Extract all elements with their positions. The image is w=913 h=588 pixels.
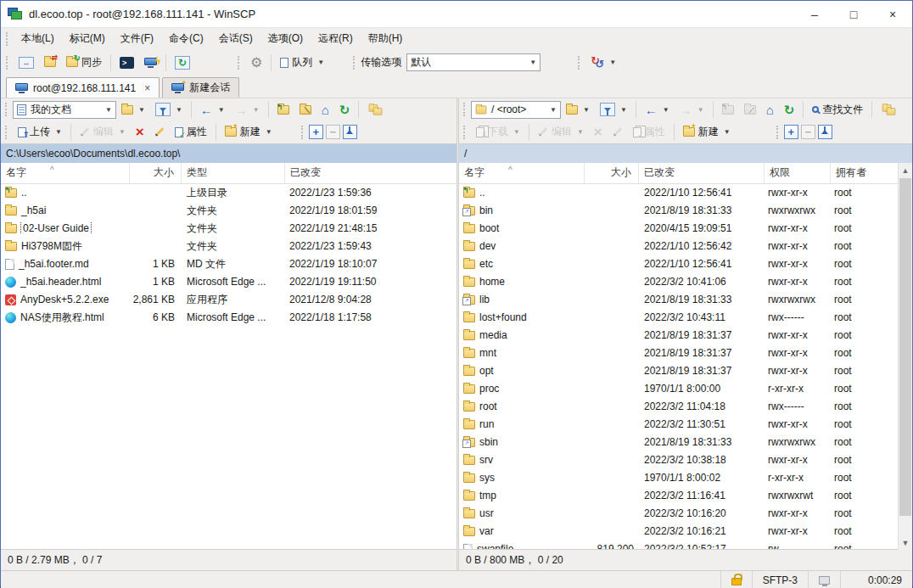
menu-session[interactable]: 会话(S)	[211, 28, 260, 49]
column-header-name[interactable]: 名字^	[1, 163, 130, 183]
remote-forward-button[interactable]: → ▼	[675, 101, 709, 119]
synchronize-button[interactable]: ↻ 同步	[62, 53, 106, 72]
remote-open-in-putty-button[interactable]	[877, 101, 900, 118]
file-row[interactable]: srv2022/3/2 10:38:18rwxr-xr-xroot	[459, 451, 898, 469]
local-select-add-button[interactable]: +	[309, 125, 323, 139]
menu-file[interactable]: 文件(F)	[113, 28, 161, 49]
find-files-button[interactable]: 查找文件	[808, 100, 867, 120]
local-forward-button[interactable]: → ▼	[231, 101, 264, 119]
swap-panels-button[interactable]: ⇄	[40, 55, 60, 70]
scroll-down-icon[interactable]: ▼	[899, 535, 912, 550]
local-properties-button[interactable]: ✓ 属性	[171, 122, 211, 142]
remote-edit-button[interactable]: 编辑 ▼	[534, 122, 588, 142]
menu-help[interactable]: 帮助(H)	[361, 28, 411, 49]
local-delete-button[interactable]: ×	[132, 122, 148, 142]
file-row[interactable]: proc1970/1/1 8:00:00r-xr-xr-xroot	[459, 380, 898, 398]
column-header-changed[interactable]: 已改变	[285, 163, 456, 183]
file-row[interactable]: _h5ai文件夹2022/1/19 18:01:59	[1, 202, 456, 220]
remote-scrollbar[interactable]: ▲ ▼	[898, 163, 912, 550]
local-refresh-button[interactable]: ↻	[335, 101, 355, 119]
remote-back-button[interactable]: ← ▼	[641, 101, 674, 119]
upload-button[interactable]: ⇑ 上传 ▼	[14, 122, 66, 142]
file-row[interactable]: swapfile819,2002022/3/2 10:52:17rw-root	[459, 540, 898, 549]
remote-new-button[interactable]: ✦ 新建 ▼	[679, 122, 735, 142]
file-row[interactable]: boot2020/4/15 19:09:51rwxr-xr-xroot	[459, 220, 898, 238]
tab-close-icon[interactable]: ×	[144, 82, 150, 94]
file-row[interactable]: Hi3798M固件文件夹2022/1/23 1:59:43	[1, 238, 456, 255]
remote-home-directory-button[interactable]: ⌂	[762, 101, 778, 119]
local-select-remove-button[interactable]: −	[326, 125, 340, 139]
local-new-button[interactable]: ✦ 新建 ▼	[221, 122, 277, 142]
refresh-session-button[interactable]: ↻	[171, 53, 194, 72]
file-row[interactable]: run2022/3/2 11:30:51rwxr-xr-xroot	[459, 416, 898, 434]
remote-select-remove-button[interactable]: −	[801, 125, 815, 139]
menu-local[interactable]: 本地(L)	[14, 28, 62, 49]
file-row[interactable]: tmp2022/3/2 11:16:41rwxrwxrwtroot	[459, 487, 898, 505]
minimize-button[interactable]: –	[795, 1, 834, 27]
remote-root-directory-button[interactable]: ⟋	[740, 103, 760, 117]
close-button[interactable]: ×	[873, 1, 912, 27]
local-rename-button[interactable]	[150, 128, 169, 136]
file-row[interactable]: etc2022/1/10 12:56:41rwxr-xr-xroot	[459, 255, 898, 273]
file-row[interactable]: bin2021/8/19 18:31:33rwxrwxrwxroot	[459, 202, 898, 220]
menu-remote[interactable]: 远程(R)	[311, 28, 361, 49]
scrollbar-thumb[interactable]	[899, 178, 911, 516]
local-drive-selector[interactable]: 我的文档 ▼	[13, 101, 116, 119]
remote-properties-button[interactable]: ✓ 属性	[629, 122, 669, 142]
file-row[interactable]: lost+found2022/3/2 10:43:11rwx------root	[459, 309, 898, 327]
remote-address-bar[interactable]: /	[459, 143, 912, 163]
file-row[interactable]: sbin2021/8/19 18:31:33rwxrwxrwxroot	[459, 434, 898, 451]
compare-directories-button[interactable]: ↔	[14, 54, 38, 71]
synchronize-browsing-button[interactable]: ↻↺ ▼	[586, 53, 620, 72]
download-button[interactable]: ⇓ 下载 ▼	[472, 122, 524, 142]
remote-rename-button[interactable]	[608, 128, 627, 136]
open-terminal-button[interactable]: >	[115, 54, 138, 71]
remote-refresh-button[interactable]: ↻	[780, 101, 799, 119]
file-row[interactable]: ..上级目录2022/1/23 1:59:36	[1, 184, 456, 202]
scroll-up-icon[interactable]: ▲	[899, 163, 912, 177]
file-row[interactable]: usr2022/3/2 10:16:20rwxr-xr-xroot	[459, 505, 898, 523]
file-row[interactable]: sys1970/1/1 8:00:02r-xr-xr-xroot	[459, 469, 898, 487]
local-selection-filter-button[interactable]	[343, 125, 357, 139]
local-home-directory-button[interactable]: ⌂	[317, 101, 333, 119]
local-open-in-explorer-button[interactable]	[363, 101, 387, 118]
local-root-directory-button[interactable]: ⟍	[295, 103, 316, 117]
column-header-owner[interactable]: 拥有者	[831, 163, 898, 183]
local-parent-directory-button[interactable]	[273, 103, 294, 117]
remote-open-directory-button[interactable]: ▼	[562, 103, 594, 117]
column-header-size[interactable]: 大小	[585, 163, 639, 183]
local-filter-button[interactable]: ▼	[151, 100, 187, 119]
remote-parent-directory-button[interactable]	[718, 103, 738, 117]
file-row[interactable]: var2022/3/2 10:16:21rwxr-xr-xroot	[459, 523, 898, 540]
remote-selection-filter-button[interactable]	[818, 125, 832, 139]
new-session-tab[interactable]: ✦ 新建会话	[162, 77, 239, 98]
file-row[interactable]: _h5ai.footer.md1 KBMD 文件2022/1/19 18:10:…	[1, 255, 456, 273]
file-row[interactable]: NAS使用教程.html6 KBMicrosoft Edge ...2022/1…	[1, 309, 456, 327]
menu-options[interactable]: 选项(O)	[260, 28, 311, 49]
local-open-directory-button[interactable]: ▼	[117, 103, 149, 117]
maximize-button[interactable]: □	[834, 1, 873, 27]
file-row[interactable]: 02-User Guide文件夹2022/1/19 21:48:15	[1, 220, 456, 238]
transfer-settings-dropdown[interactable]: 默认 ▼	[406, 53, 541, 71]
menu-mark[interactable]: 标记(M)	[62, 28, 113, 49]
column-header-name[interactable]: 名字^	[459, 163, 585, 183]
file-row[interactable]: dev2022/1/10 12:56:42rwxr-xr-xroot	[459, 238, 898, 255]
remote-delete-button[interactable]: ×	[590, 122, 607, 142]
file-row[interactable]: opt2021/8/19 18:31:37rwxr-xr-xroot	[459, 362, 898, 380]
file-row[interactable]: _h5ai.header.html1 KBMicrosoft Edge ...2…	[1, 273, 456, 291]
file-row[interactable]: home2022/3/2 10:41:06rwxr-xr-xroot	[459, 273, 898, 291]
column-header-type[interactable]: 类型	[182, 163, 285, 183]
session-tab-active[interactable]: root@192.168.111.141 ×	[6, 77, 160, 98]
remote-select-add-button[interactable]: +	[784, 125, 798, 139]
queue-button[interactable]: 队列 ▼	[276, 53, 328, 72]
column-header-changed[interactable]: 已改变	[639, 163, 765, 183]
file-row[interactable]: lib2021/8/19 18:31:33rwxrwxrwxroot	[459, 291, 898, 309]
remote-filter-button[interactable]: ▼	[596, 100, 631, 119]
local-edit-button[interactable]: 编辑 ▼	[76, 122, 130, 142]
file-row[interactable]: mnt2021/8/19 18:31:37rwxr-xr-xroot	[459, 344, 898, 362]
column-header-permissions[interactable]: 权限	[765, 163, 831, 183]
menu-commands[interactable]: 命令(C)	[161, 28, 211, 49]
open-console-button[interactable]: ϟ	[140, 55, 161, 70]
file-row[interactable]: root2022/3/2 11:04:18rwx------root	[459, 398, 898, 416]
remote-drive-selector[interactable]: / <root> ▼	[471, 101, 561, 119]
